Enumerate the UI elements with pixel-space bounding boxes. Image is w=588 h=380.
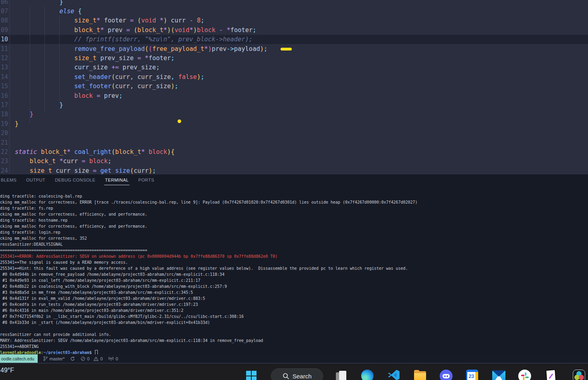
windows-start-button[interactable] xyxy=(245,370,258,380)
code-line[interactable]: 15 set_footer(curr, curr_size); xyxy=(0,82,588,91)
code-text: remove_free_payload((free_payload_t*)pre… xyxy=(10,45,267,53)
code-line[interactable]: 19} xyxy=(0,119,588,128)
prompt-path: ~/project03-abraham xyxy=(43,350,89,354)
broadcast-tower-icon xyxy=(108,356,114,361)
line-number[interactable]: 08 xyxy=(0,17,8,24)
mail-button[interactable] xyxy=(492,370,505,380)
calendar-icon: 23 xyxy=(466,370,478,380)
code-line[interactable]: 13 curr_size += prev_size; xyxy=(0,63,588,72)
gutter-decoration xyxy=(8,63,10,72)
terminal-prompt[interactable]: layne@labradoodle:~/project03-abraham$ xyxy=(0,350,588,354)
code-line[interactable]: 07 else { xyxy=(0,6,588,16)
code-line[interactable]: 14 set_header(curr, curr_size, false); xyxy=(0,72,588,81)
vscode-icon xyxy=(388,370,400,380)
remote-indicator[interactable]: oodle.caltech.edu xyxy=(0,354,38,363)
code-text: size_t prev_size = *footer; xyxy=(10,55,175,62)
code-line[interactable]: 20 xyxy=(0,128,588,137)
indent-guide xyxy=(30,6,30,122)
error-count: 0 xyxy=(87,356,89,361)
line-number[interactable]: 14 xyxy=(0,73,8,81)
sync-button[interactable] xyxy=(70,356,75,361)
line-number[interactable]: 16 xyxy=(0,92,8,99)
line-number[interactable]: 09 xyxy=(0,26,8,34)
line-number[interactable]: 20 xyxy=(0,129,8,137)
terminal-line: #4 0x4d131f in eval_mm_valid /home/abela… xyxy=(0,295,588,301)
discord-button[interactable] xyxy=(440,370,453,380)
code-line[interactable]: 17 } xyxy=(0,100,588,109)
line-number[interactable]: 07 xyxy=(0,8,8,15)
code-line[interactable]: 11 remove_free_payload((free_payload_t*)… xyxy=(0,44,588,53)
search-label: Search xyxy=(293,373,312,380)
code-line[interactable]: 12 size_t prev_size = *footer; xyxy=(0,53,588,63)
terminal-line: cking mm_malloc for correctness, efficie… xyxy=(0,211,588,217)
notebook-button[interactable] xyxy=(545,370,558,380)
terminal-output[interactable]: ding tracefile: coalescing-bal.repcking … xyxy=(0,186,588,354)
ports-item[interactable]: 0 xyxy=(108,356,118,361)
code-line[interactable]: 06 } xyxy=(0,0,588,6)
gutter-decoration xyxy=(8,6,10,16)
gutter-decoration xyxy=(8,166,10,174)
terminal-line: ding tracefile: coalescing-bal.rep xyxy=(0,193,588,199)
calendar-button[interactable]: 23 xyxy=(466,370,479,380)
panel-tab-blems[interactable]: BLEMS xyxy=(0,176,17,184)
gutter-decoration xyxy=(8,100,10,109)
gutter-decoration xyxy=(8,16,10,25)
panel-tab-output[interactable]: OUTPUT xyxy=(25,176,46,184)
line-number[interactable]: 17 xyxy=(0,101,8,109)
git-branch-item[interactable]: master* xyxy=(43,356,65,361)
line-number[interactable]: 21 xyxy=(0,139,8,146)
code-line[interactable]: 18 } xyxy=(0,110,588,119)
gutter-decoration xyxy=(8,138,10,147)
code-text: curr_size += prev_size; xyxy=(10,64,160,71)
warning-icon xyxy=(93,356,99,361)
code-line[interactable]: 21 xyxy=(0,138,588,147)
line-number[interactable]: 18 xyxy=(0,111,8,118)
terminal-line: #8 0x41b33d in _start (/home/abelayne/pr… xyxy=(0,319,588,325)
panel-tab-terminal[interactable]: TERMINAL xyxy=(104,176,129,184)
file-explorer-button[interactable] xyxy=(414,370,426,380)
line-number[interactable]: 23 xyxy=(0,158,8,165)
code-line[interactable]: 08 size_t* footer = (void *) curr - 8; xyxy=(0,16,588,25)
line-number[interactable]: 15 xyxy=(0,83,8,90)
code-line[interactable]: 24 size_t curr_size = get_size(curr); xyxy=(0,166,588,174)
terminal-line: ressSanitizer:DEADLYSIGNAL xyxy=(0,241,588,247)
line-number[interactable]: 10 xyxy=(0,36,8,43)
line-number[interactable]: 19 xyxy=(0,120,8,127)
task-view-button[interactable] xyxy=(335,370,348,380)
warning-count: 0 xyxy=(100,356,103,361)
davinci-resolve-button[interactable] xyxy=(573,370,586,380)
code-text: block_t *curr = block; xyxy=(10,158,111,165)
code-text: set_footer(curr, curr_size); xyxy=(10,83,178,90)
code-text: size_t* footer = (void *) curr - 8; xyxy=(10,17,204,24)
terminal-line: 255341==ABORTING xyxy=(0,344,588,350)
edge-browser-button[interactable] xyxy=(361,370,374,380)
line-number[interactable]: 06 xyxy=(0,0,8,6)
status-bar: oodle.caltech.edu master* 0 0 0 xyxy=(0,354,588,363)
line-number[interactable]: 12 xyxy=(0,55,8,62)
code-line[interactable]: 10 // fprintf(stderr, "%zu\n", prev_bloc… xyxy=(0,35,588,44)
taskbar-search[interactable]: Search xyxy=(271,368,323,380)
code-line[interactable]: 16 block = prev; xyxy=(0,91,588,100)
problems-item[interactable]: 0 0 xyxy=(81,356,103,361)
code-line[interactable]: 09 block_t* prev = (block_t*)(void*)bloc… xyxy=(0,25,588,34)
line-number[interactable]: 22 xyxy=(0,148,8,156)
gutter-decoration xyxy=(8,110,10,119)
line-number[interactable]: 13 xyxy=(0,64,8,71)
panel-tab-debug-console[interactable]: DEBUG CONSOLE xyxy=(54,176,96,184)
line-number[interactable]: 11 xyxy=(0,45,8,53)
code-line[interactable]: 22static block_t* coal_right(block_t* bl… xyxy=(0,147,588,156)
terminal-line: #6 0x4c4316 in main /home/abelayne/proje… xyxy=(0,307,588,313)
panel-tab-ports[interactable]: PORTS xyxy=(137,176,155,184)
code-line[interactable]: 23 block_t *curr = block; xyxy=(0,157,588,166)
vscode-button[interactable] xyxy=(388,370,400,380)
weather-widget[interactable]: 49°F xyxy=(0,367,14,374)
slack-button[interactable] xyxy=(518,370,531,380)
terminal-line: #1 0x4d9e93 in coal_left /home/abelayne/… xyxy=(0,277,588,283)
search-icon xyxy=(283,373,289,380)
line-number[interactable]: 24 xyxy=(0,167,8,174)
code-editor[interactable]: 06 }07 else {08 size_t* footer = (void *… xyxy=(0,0,588,174)
gutter-decoration xyxy=(8,119,10,128)
bottom-panel[interactable]: BLEMSOUTPUTDEBUG CONSOLETERMINALPORTS di… xyxy=(0,174,588,354)
terminal-line: 255341==ERROR: AddressSanitizer: SEGV on… xyxy=(0,253,588,259)
slack-icon xyxy=(518,370,531,380)
